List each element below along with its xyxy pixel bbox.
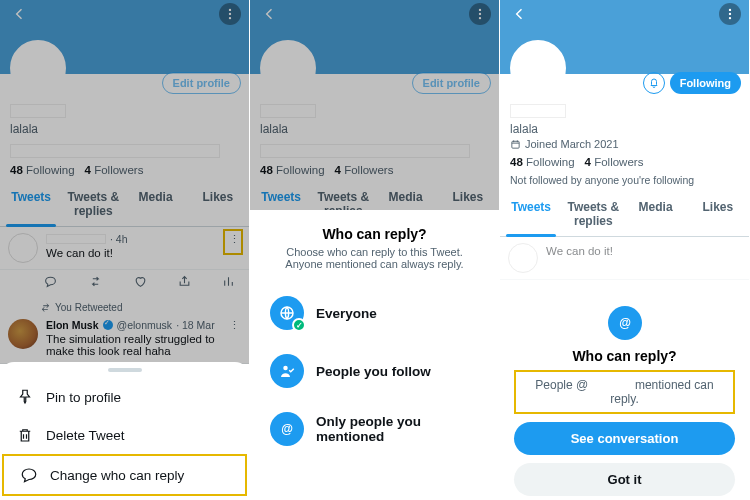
svg-point-10 [729, 13, 731, 15]
tab-media[interactable]: Media [625, 192, 687, 236]
tab-tweets[interactable]: Tweets [250, 182, 312, 210]
followers-label: Followers [94, 164, 143, 176]
tweet-avatar[interactable] [8, 233, 38, 263]
tab-tweets[interactable]: Tweets [500, 192, 562, 236]
tweet[interactable]: We can do it! [500, 237, 749, 280]
sheet-grabber[interactable] [108, 368, 142, 372]
tab-likes[interactable]: Likes [687, 192, 749, 236]
choice-people-you-follow[interactable]: People you follow [262, 342, 487, 400]
back-icon[interactable] [258, 3, 280, 25]
option-label: Pin to profile [46, 390, 121, 405]
got-it-button[interactable]: Got it [514, 463, 735, 496]
like-icon[interactable] [134, 274, 147, 292]
msg-prefix: People @ [535, 378, 588, 392]
tab-replies[interactable]: Tweets & replies [312, 182, 374, 210]
option-change-reply[interactable]: Change who can reply [2, 454, 247, 496]
tab-media[interactable]: Media [375, 182, 437, 210]
choice-label: Only people you mentioned [316, 414, 479, 444]
tab-likes[interactable]: Likes [187, 182, 249, 226]
option-pin[interactable]: Pin to profile [0, 378, 249, 416]
tweet[interactable]: Elon Musk @elonmusk · 18 Mar ⋮ The simul… [0, 313, 249, 364]
at-icon: @ [270, 412, 304, 446]
avatar-row: Edit profile [0, 74, 249, 100]
retweet-label: You Retweeted [0, 298, 249, 313]
notify-bell-icon[interactable] [643, 72, 665, 94]
following-count[interactable]: 48 [260, 164, 273, 176]
tab-tweets[interactable]: Tweets [0, 182, 62, 226]
overflow-icon[interactable] [219, 3, 241, 25]
svg-point-1 [229, 13, 231, 15]
edit-profile-button[interactable]: Edit profile [162, 72, 241, 94]
choice-mentioned[interactable]: @ Only people you mentioned [262, 400, 487, 458]
tweet-avatar[interactable] [8, 319, 38, 349]
tweet-more-icon[interactable]: ⋮ [227, 319, 241, 331]
handle: lalala [260, 122, 489, 136]
profile-area-dimmed: Edit profile lalala 48 Following 4 Follo… [0, 0, 249, 364]
followers-count[interactable]: 4 [85, 164, 91, 176]
followers-label: Followers [594, 156, 643, 168]
stats-row: 48 Following 4 Followers [0, 162, 249, 182]
overflow-icon[interactable] [469, 3, 491, 25]
topbar [0, 0, 249, 28]
avatar[interactable] [10, 40, 66, 96]
pin-icon [16, 388, 34, 406]
tab-media[interactable]: Media [125, 182, 187, 226]
tab-replies[interactable]: Tweets & replies [562, 192, 624, 236]
tweet-avatar[interactable] [508, 243, 538, 273]
avatar[interactable] [260, 40, 316, 96]
followers-count[interactable]: 4 [585, 156, 591, 168]
followers-label: Followers [344, 164, 393, 176]
tweet-author-name: Elon Musk [46, 319, 99, 331]
following-count[interactable]: 48 [10, 164, 23, 176]
following-label: Following [276, 164, 325, 176]
sheet-title: Who can reply? [262, 226, 487, 242]
tweet-text: We can do it! [546, 245, 741, 257]
choice-everyone[interactable]: Everyone [262, 284, 487, 342]
tweet-text: The simulation really struggled to make … [46, 333, 241, 357]
svg-rect-12 [512, 141, 519, 148]
back-icon[interactable] [508, 3, 530, 25]
tweet-author-redacted [46, 234, 106, 244]
edit-profile-button[interactable]: Edit profile [412, 72, 491, 94]
reply-bubble-icon [20, 466, 38, 484]
svg-text:@: @ [281, 422, 293, 436]
following-button[interactable]: Following [670, 72, 741, 94]
svg-point-11 [729, 17, 731, 19]
share-icon[interactable] [178, 274, 191, 292]
overflow-icon[interactable] [719, 3, 741, 25]
tweet-actions [0, 270, 249, 298]
tweet-author-handle: @elonmusk [117, 319, 173, 331]
followers-count[interactable]: 4 [335, 164, 341, 176]
bio-redacted [260, 144, 470, 158]
screen-tweet-menu: Edit profile lalala 48 Following 4 Follo… [0, 0, 250, 500]
tweet[interactable]: · 4h ⋮ We can do it! [0, 227, 249, 270]
svg-point-0 [229, 9, 231, 11]
tweet-time: · 4h [110, 233, 128, 245]
retweet-label-text: You Retweeted [55, 302, 122, 313]
svg-point-7 [283, 366, 288, 371]
screen-reply-chooser: Edit profile lalala 48 Following 4 Follo… [250, 0, 500, 500]
reply-limit-dialog: @ Who can reply? People @ mentioned can … [500, 300, 749, 500]
screen-reply-confirmation: Following lalala Joined March 2021 48 Fo… [500, 0, 750, 500]
reply-settings-sheet: Who can reply? Choose who can reply to t… [250, 210, 499, 500]
sheet-subtitle: Choose who can reply to this Tweet. Anyo… [262, 246, 487, 270]
svg-point-9 [729, 9, 731, 11]
following-count[interactable]: 48 [510, 156, 523, 168]
reply-icon[interactable] [44, 274, 57, 292]
back-icon[interactable] [8, 3, 30, 25]
avatar[interactable] [510, 40, 566, 96]
tab-likes[interactable]: Likes [437, 182, 499, 210]
see-conversation-button[interactable]: See conversation [514, 422, 735, 455]
option-label: Delete Tweet [46, 428, 125, 443]
following-label: Following [26, 164, 75, 176]
analytics-icon[interactable] [222, 274, 235, 292]
display-name-redacted [510, 104, 566, 118]
tweet-options-sheet: Pin to profile Delete Tweet Change who c… [0, 362, 249, 500]
option-delete[interactable]: Delete Tweet [0, 416, 249, 454]
svg-point-2 [229, 17, 231, 19]
trash-icon [16, 426, 34, 444]
retweet-icon[interactable] [88, 274, 103, 292]
profile-tabs: Tweets Tweets & replies Media Likes [0, 182, 249, 227]
tab-replies[interactable]: Tweets & replies [62, 182, 124, 226]
dialog-title: Who can reply? [514, 348, 735, 364]
